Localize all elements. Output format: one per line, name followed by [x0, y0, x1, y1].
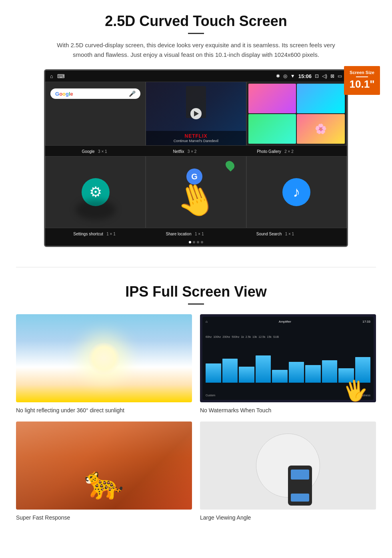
- photo-gallery-widget[interactable]: 🌸: [246, 82, 347, 146]
- status-left: ⌂ ⌨: [50, 73, 65, 79]
- eq-bar-3: [239, 367, 254, 383]
- netflix-logo: NETFLIX: [149, 133, 242, 139]
- sunlight-caption: No light reflecting under 360° direct su…: [16, 407, 192, 413]
- status-time: 15:06: [298, 73, 312, 79]
- google-widget[interactable]: Google 🎤: [45, 82, 146, 146]
- eq-bar-2: [222, 359, 238, 383]
- sound-search-widget[interactable]: ♪: [246, 156, 347, 228]
- location-icon: ◎: [283, 73, 287, 79]
- eq-bar-1: [206, 363, 221, 383]
- bluetooth-icon: ✱: [276, 73, 280, 79]
- car-image: [200, 422, 376, 510]
- google-label: Google 3 × 1: [48, 147, 139, 155]
- app-grid-row1: Google 🎤: [45, 82, 347, 146]
- settings-shadow: [76, 200, 116, 220]
- device-screen: ⌂ ⌨ ✱ ◎ ▼ 15:06 ⊡ ◁) ⊠ ▭: [44, 69, 348, 247]
- eq-hand-icon: 🖐: [341, 377, 370, 402]
- badge-divider: [356, 76, 368, 77]
- eq-bars: [206, 351, 370, 383]
- dot-1: [189, 241, 191, 243]
- wifi-icon: ▼: [290, 73, 295, 79]
- eq-time: 17:33: [362, 320, 370, 323]
- maps-g-icon: G: [186, 169, 202, 185]
- app-labels-row2: Settings shortcut 1 × 1 Share location 1…: [45, 228, 347, 239]
- netflix-subtitle: Continue Marvel's Daredevil: [149, 139, 242, 143]
- battery-icon: ⊠: [330, 73, 334, 79]
- share-location-widget[interactable]: G 🤚: [146, 156, 246, 228]
- cheetah-caption: Super Fast Response: [16, 514, 192, 521]
- eq-title: Amplifier: [279, 320, 291, 323]
- dot-3: [197, 241, 199, 243]
- sound-label-cell: Sound Search 1 × 1: [229, 230, 320, 237]
- sun-glow: [88, 342, 120, 374]
- dot-4: [201, 241, 203, 243]
- amplifier-caption: No Watermarks When Touch: [200, 407, 376, 413]
- pagination-dots: [45, 239, 347, 246]
- feature-grid: No light reflecting under 360° direct su…: [16, 314, 376, 521]
- usb-icon: ⌨: [57, 73, 65, 79]
- netflix-label: Netflix 3 × 2: [139, 147, 229, 155]
- car-windshield: [291, 470, 309, 480]
- play-button[interactable]: [190, 108, 202, 119]
- eq-bar-5: [272, 370, 288, 383]
- section1-description: With 2.5D curved-display screen, this de…: [56, 40, 336, 60]
- feature-sunlight: No light reflecting under 360° direct su…: [16, 314, 192, 413]
- netflix-overlay: NETFLIX Continue Marvel's Daredevil: [146, 131, 246, 145]
- feature-car: Large Viewing Angle: [200, 422, 376, 521]
- photo-thumb-3: [248, 114, 296, 144]
- eq-bar-4: [256, 355, 271, 383]
- eq-bar-6: [289, 362, 304, 383]
- curved-screen-section: 2.5D Curved Touch Screen With 2.5D curve…: [0, 0, 392, 255]
- eq-home-icon: ⌂: [206, 320, 208, 323]
- car-body: [288, 466, 312, 506]
- eq-freq-labels: 60hz100hz200hz500hz1k2.5k10k12.5k15kSUB: [206, 335, 370, 338]
- share-label-cell: Share location 1 × 1: [139, 230, 229, 237]
- badge-label: Screen Size: [347, 70, 377, 75]
- amplifier-image: ⌂ Amplifier 17:33 60hz100hz200hz500hz1k2…: [200, 314, 376, 402]
- device-mockup: ⌂ ⌨ ✱ ◎ ▼ 15:06 ⊡ ◁) ⊠ ▭: [44, 69, 348, 247]
- camera-icon: ⊡: [315, 73, 319, 79]
- status-bar: ⌂ ⌨ ✱ ◎ ▼ 15:06 ⊡ ◁) ⊠ ▭: [45, 70, 347, 82]
- gear-icon: ⚙: [89, 184, 102, 201]
- feature-cheetah: 🐆 Super Fast Response: [16, 422, 192, 521]
- window-icon: ▭: [338, 73, 342, 79]
- section2-title: IPS Full Screen View: [16, 283, 376, 300]
- volume-icon: ◁): [322, 73, 327, 79]
- section-divider-line: [16, 267, 376, 267]
- section2-title-divider: [188, 303, 204, 305]
- eq-header: ⌂ Amplifier 17:33: [206, 320, 370, 323]
- google-search-bar[interactable]: Google 🎤: [50, 88, 140, 99]
- dot-2: [193, 241, 195, 243]
- settings-widget[interactable]: ⚙: [45, 156, 146, 228]
- status-right: ✱ ◎ ▼ 15:06 ⊡ ◁) ⊠ ▭: [276, 73, 342, 79]
- mic-icon: 🎤: [129, 90, 136, 97]
- section1-title: 2.5D Curved Touch Screen: [24, 13, 368, 30]
- photo-gallery-label: Photo Gallery 2 × 2: [229, 147, 320, 155]
- photo-thumb-4: 🌸: [297, 114, 345, 144]
- car-caption: Large Viewing Angle: [200, 514, 376, 521]
- badge-size: 10.1": [347, 79, 377, 89]
- music-note-icon: ♪: [293, 184, 300, 201]
- photo-thumb-2: [297, 84, 345, 113]
- app-grid-row2: ⚙ G 🤚 ♪: [45, 156, 347, 228]
- screen-size-badge: Screen Size 10.1": [344, 66, 380, 95]
- photo-thumb-1: [248, 84, 296, 113]
- cheetah-emoji: 🐆: [84, 464, 124, 502]
- title-divider: [188, 33, 204, 34]
- netflix-widget[interactable]: NETFLIX Continue Marvel's Daredevil: [146, 82, 246, 146]
- eq-bar-8: [322, 360, 338, 383]
- eq-bar-7: [305, 365, 321, 383]
- ips-screen-section: IPS Full Screen View No light reflecting…: [0, 279, 392, 529]
- feature-amplifier: ⌂ Amplifier 17:33 60hz100hz200hz500hz1k2…: [200, 314, 376, 413]
- sunlight-image: [16, 314, 192, 402]
- home-icon: ⌂: [50, 73, 53, 79]
- sound-icon: ♪: [282, 178, 310, 206]
- settings-label-cell: Settings shortcut 1 × 1: [48, 230, 139, 237]
- car-rear-window: [291, 494, 309, 502]
- app-labels-row1: Google 3 × 1 Netflix 3 × 2 Photo Gallery…: [45, 146, 347, 156]
- play-icon: [194, 111, 199, 116]
- cheetah-image: 🐆: [16, 422, 192, 510]
- eq-custom-label: Custom: [206, 394, 215, 397]
- google-logo: Google: [55, 91, 73, 97]
- maps-pin-icon: [224, 159, 236, 171]
